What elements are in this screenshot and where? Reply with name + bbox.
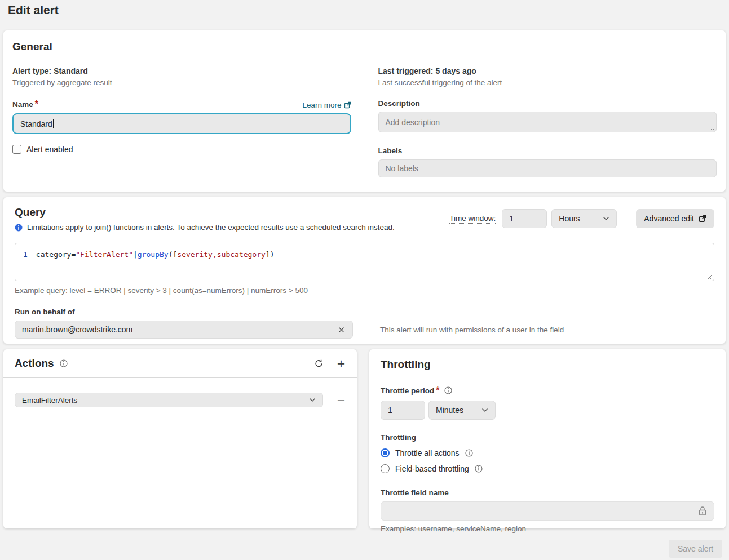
- field-based-label: Field-based throttling: [395, 464, 469, 473]
- query-header: Query Limitations apply to join() functi…: [15, 206, 714, 232]
- chevron-down-icon: [309, 398, 316, 402]
- general-heading: General: [12, 41, 717, 53]
- info-icon: [60, 359, 68, 367]
- description-textarea[interactable]: Add description: [378, 112, 717, 132]
- text-cursor: [53, 119, 54, 128]
- throttle-field-name-input: [381, 501, 714, 521]
- throttle-all-label: Throttle all actions: [395, 448, 460, 457]
- throttle-all-option[interactable]: Throttle all actions: [381, 448, 714, 457]
- run-on-behalf-help: This alert will run with permissions of …: [380, 326, 564, 334]
- throttling-section: Throttling Throttle period* 1 Minutes: [369, 349, 726, 528]
- query-section: Query Limitations apply to join() functi…: [3, 197, 726, 344]
- query-info-text: Limitations apply to join() functions in…: [27, 223, 395, 232]
- external-link-icon: [344, 101, 351, 109]
- name-label-group: Name*: [12, 99, 38, 109]
- bottom-row: Actions + EmailFilt: [3, 349, 726, 528]
- throttling-heading: Throttling: [381, 358, 714, 371]
- alert-type-help: Triggered by aggregate result: [12, 78, 351, 87]
- description-label: Description: [378, 99, 717, 108]
- labels-input[interactable]: No labels: [378, 159, 717, 177]
- save-alert-button[interactable]: Save alert: [669, 540, 722, 558]
- throttle-period-unit-select[interactable]: Minutes: [428, 401, 496, 420]
- learn-more-link[interactable]: Learn more: [302, 101, 351, 109]
- actions-body: EmailFilterAlerts −: [3, 378, 357, 422]
- chevron-down-icon: [603, 216, 609, 221]
- external-link-icon: [699, 215, 706, 223]
- clear-icon[interactable]: [337, 326, 346, 334]
- actions-tools: +: [315, 358, 346, 369]
- query-info-row: Limitations apply to join() functions in…: [15, 223, 395, 232]
- field-based-radio[interactable]: [381, 464, 390, 473]
- name-input[interactable]: Standard: [12, 113, 351, 134]
- actions-heading-group: Actions: [15, 357, 68, 370]
- example-query-text: Example query: level = ERROR | severity …: [15, 286, 714, 295]
- alert-enabled-row[interactable]: Alert enabled: [12, 145, 351, 154]
- run-on-behalf-row: martin.brown@crowdstrike.com This alert …: [15, 321, 714, 339]
- throttle-period-row: 1 Minutes: [381, 401, 714, 420]
- throttle-period-unit-value: Minutes: [436, 406, 463, 415]
- required-asterisk: *: [35, 99, 38, 109]
- time-window-input[interactable]: 1: [502, 209, 547, 228]
- last-triggered-label: Last triggered: 5 days ago: [378, 66, 717, 75]
- description-placeholder: Add description: [386, 118, 440, 127]
- learn-more-label: Learn more: [302, 101, 341, 109]
- page-title: Edit alert: [0, 0, 729, 30]
- actions-section: Actions + EmailFilt: [3, 349, 357, 528]
- alert-enabled-checkbox[interactable]: [12, 145, 21, 154]
- add-action-icon[interactable]: +: [337, 358, 346, 369]
- advanced-edit-button[interactable]: Advanced edit: [636, 209, 714, 228]
- chevron-down-icon: [481, 408, 488, 412]
- info-icon: [475, 465, 483, 473]
- throttling-mode-label: Throttling: [381, 433, 714, 442]
- labels-label: Labels: [378, 146, 717, 155]
- run-on-behalf-input[interactable]: martin.brown@crowdstrike.com: [15, 321, 353, 339]
- time-window-unit-value: Hours: [559, 214, 580, 223]
- info-icon: [444, 386, 452, 394]
- query-heading: Query: [15, 206, 395, 219]
- advanced-edit-label: Advanced edit: [644, 214, 694, 223]
- throttle-period-input[interactable]: 1: [381, 401, 425, 420]
- query-code-line: category="FilterAlert"|groupBy([severity…: [36, 250, 275, 259]
- throttle-field-name-label: Throttle field name: [381, 488, 714, 497]
- time-window-value: 1: [509, 214, 514, 223]
- time-window-unit-select[interactable]: Hours: [551, 209, 617, 228]
- throttle-examples-text: Examples: username, serviceName, region: [381, 525, 714, 533]
- info-icon: [15, 224, 23, 232]
- name-label: Name: [12, 100, 33, 109]
- edit-alert-page: Edit alert General Alert type: Standard …: [0, 0, 729, 560]
- lock-icon: [698, 506, 707, 516]
- throttle-period-label-row: Throttle period*: [381, 385, 714, 395]
- run-on-behalf-value: martin.brown@crowdstrike.com: [22, 325, 132, 334]
- alert-type-label: Alert type: Standard: [12, 66, 351, 75]
- name-input-value: Standard: [20, 119, 52, 128]
- name-label-row: Name* Learn more: [12, 99, 351, 109]
- query-heading-block: Query Limitations apply to join() functi…: [15, 206, 395, 232]
- info-icon: [465, 449, 473, 457]
- field-based-option[interactable]: Field-based throttling: [381, 464, 714, 473]
- throttle-all-radio[interactable]: [381, 448, 390, 457]
- run-on-behalf-label: Run on behalf of: [15, 308, 714, 316]
- throttle-period-label: Throttle period: [381, 386, 434, 395]
- time-window-label: Time window:: [449, 214, 496, 224]
- query-editor[interactable]: 1category="FilterAlert"|groupBy([severit…: [15, 243, 714, 281]
- actions-heading: Actions: [15, 357, 54, 370]
- action-select[interactable]: EmailFilterAlerts: [15, 393, 323, 407]
- action-row: EmailFilterAlerts −: [15, 393, 346, 407]
- actions-header: Actions +: [3, 349, 357, 378]
- resize-handle-icon: [708, 274, 713, 279]
- query-controls: Time window: 1 Hours Advanced edit: [449, 209, 714, 228]
- required-asterisk: *: [436, 385, 439, 395]
- action-select-value: EmailFilterAlerts: [22, 396, 77, 405]
- last-triggered-help: Last successful triggering of the alert: [378, 78, 717, 87]
- refresh-icon[interactable]: [315, 359, 323, 368]
- general-left-column: Alert type: Standard Triggered by aggreg…: [12, 66, 351, 177]
- throttle-period-value: 1: [388, 406, 392, 415]
- labels-placeholder: No labels: [386, 164, 418, 173]
- resize-handle-icon: [710, 126, 715, 131]
- remove-action-icon[interactable]: −: [337, 395, 346, 406]
- general-right-column: Last triggered: 5 days ago Last successf…: [378, 66, 717, 177]
- alert-enabled-label: Alert enabled: [26, 145, 73, 154]
- general-section: General Alert type: Standard Triggered b…: [3, 30, 726, 192]
- line-number: 1: [23, 250, 28, 259]
